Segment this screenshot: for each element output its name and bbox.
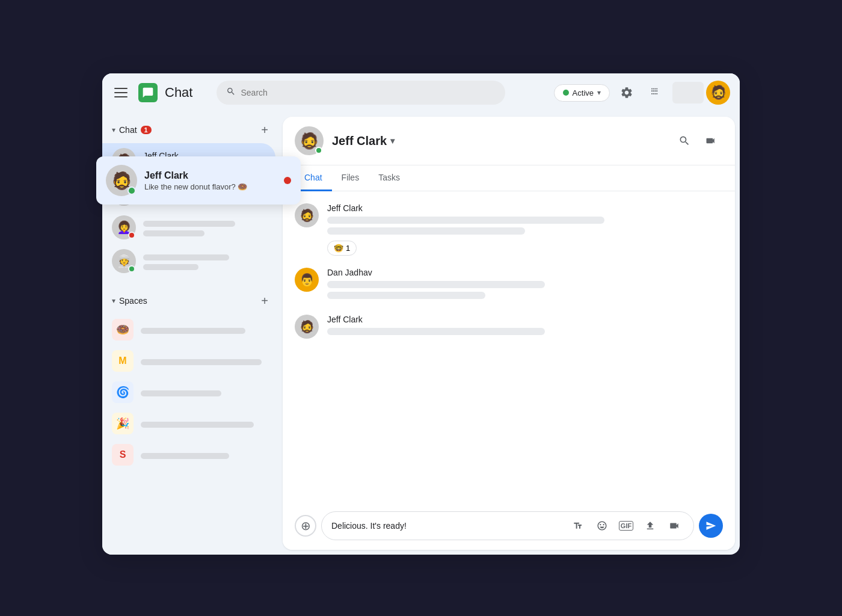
message-avatar-img-2: 👨: [295, 268, 319, 292]
notif-sender-name: Jeff Clark: [144, 170, 277, 181]
reaction-count: 1: [346, 244, 350, 253]
grid-icon[interactable]: [644, 81, 668, 105]
chat-section-title: Chat: [119, 125, 137, 135]
menu-icon[interactable]: [112, 83, 131, 102]
message-avatar-3: 🧔: [295, 315, 319, 339]
settings-icon[interactable]: [615, 81, 639, 105]
notif-avatar: 🧔: [106, 165, 137, 196]
search-icon: [226, 87, 236, 99]
chat-header-actions: [672, 129, 723, 153]
chat-item-4[interactable]: 👳: [102, 244, 275, 278]
contact-name-chevron-icon: ▾: [390, 136, 395, 146]
message-sender-3: Jeff Clark: [327, 315, 723, 324]
message-sender-2: Dan Jadhav: [327, 268, 723, 277]
status-dot: [563, 90, 569, 96]
topbar-right: Active ▾ 🧔: [554, 81, 730, 105]
contact-online-dot: [315, 147, 322, 154]
message-line-2: [327, 227, 525, 235]
emoji-icon[interactable]: [592, 516, 612, 535]
app-logo: [138, 83, 158, 102]
format-text-icon[interactable]: [568, 516, 588, 535]
space-icon-1: 🍩: [112, 319, 134, 340]
app-name: Chat: [165, 85, 192, 100]
space-icon-4: 🎉: [112, 413, 134, 434]
message-group-1: 🧔 Jeff Clark 🤓 1: [295, 203, 723, 256]
message-avatar-2: 👨: [295, 268, 319, 303]
notif-unread-dot: [284, 177, 291, 184]
space-item-2[interactable]: M: [102, 345, 283, 377]
chat-input-box: GIF: [321, 511, 694, 540]
space-item-1[interactable]: 🍩: [102, 314, 283, 345]
chat-messages: 🧔 Jeff Clark 🤓 1: [283, 191, 735, 502]
chat-input-wrapper: ⊕ GIF: [295, 511, 723, 540]
message-sender-1: Jeff Clark: [327, 203, 723, 213]
topbar: Chat Active ▾: [102, 73, 740, 112]
chat-add-button[interactable]: +: [256, 122, 273, 138]
message-input[interactable]: [331, 521, 564, 531]
chat-chevron-icon: ▾: [112, 126, 115, 134]
avatar-placeholder: [672, 82, 704, 103]
chat-badge: 1: [141, 126, 152, 134]
status-pill[interactable]: Active ▾: [554, 84, 610, 102]
avatar-area: 🧔: [672, 81, 730, 105]
notification-popup[interactable]: 🧔 Jeff Clark Like the new donut flavor? …: [96, 156, 301, 205]
chat-video-icon[interactable]: [699, 129, 723, 153]
message-avatar-img-3: 🧔: [295, 315, 319, 339]
chat-header: 🧔 Jeff Clark ▾: [283, 117, 735, 165]
user-avatar[interactable]: 🧔: [706, 81, 730, 105]
search-input[interactable]: [241, 88, 496, 97]
space-item-3[interactable]: 🌀: [102, 377, 283, 408]
space-icon-2: M: [112, 350, 134, 372]
busy-status-dot-2: [128, 232, 135, 239]
message-content-3: Jeff Clark: [327, 315, 723, 339]
message-line-3: [327, 281, 545, 288]
chat-item-text-4: [143, 252, 266, 270]
spaces-chevron-icon: ▾: [112, 297, 115, 305]
message-content-1: Jeff Clark 🤓 1: [327, 203, 723, 256]
spaces-section-header[interactable]: ▾ Spaces +: [102, 288, 283, 314]
chat-header-name[interactable]: Jeff Clark ▾: [332, 134, 395, 148]
tab-tasks[interactable]: Tasks: [369, 165, 410, 191]
spaces-add-button[interactable]: +: [256, 292, 273, 309]
chat-item-avatar-3: 👩‍🦱: [112, 215, 136, 239]
reaction-pill-1[interactable]: 🤓 1: [327, 241, 357, 256]
upload-icon[interactable]: [641, 516, 660, 535]
chat-item-3[interactable]: 👩‍🦱: [102, 211, 275, 244]
space-item-5[interactable]: S: [102, 439, 283, 470]
space-item-4[interactable]: 🎉: [102, 408, 283, 439]
message-line-1: [327, 217, 604, 224]
chat-header-avatar: 🧔: [295, 126, 324, 155]
chat-panel: 🧔 Jeff Clark ▾: [283, 117, 735, 550]
chat-input-area: ⊕ GIF: [283, 502, 735, 550]
chat-item-text-3: [143, 218, 266, 236]
notif-online-dot: [128, 186, 136, 195]
chat-item-avatar-4: 👳: [112, 249, 136, 273]
tab-files[interactable]: Files: [332, 165, 369, 191]
space-icon-5: S: [112, 444, 134, 466]
gif-icon[interactable]: GIF: [616, 516, 636, 535]
main-window: Chat Active ▾: [102, 73, 740, 555]
notif-message: Like the new donut flavor? 🍩: [144, 182, 277, 191]
video-add-icon[interactable]: [665, 516, 684, 535]
search-bar[interactable]: [217, 81, 505, 105]
notif-content: Jeff Clark Like the new donut flavor? 🍩: [144, 170, 277, 191]
chat-search-icon[interactable]: [672, 129, 696, 153]
chat-tabs: Chat Files Tasks: [283, 165, 735, 191]
message-line-5: [327, 328, 545, 335]
reaction-emoji: 🤓: [334, 244, 343, 253]
message-content-2: Dan Jadhav: [327, 268, 723, 303]
online-status-dot-2: [128, 265, 135, 273]
message-avatar-img-1: 🧔: [295, 203, 319, 227]
space-icon-3: 🌀: [112, 381, 134, 403]
message-group-3: 🧔 Jeff Clark: [295, 315, 723, 339]
chat-section-header[interactable]: ▾ Chat 1 +: [102, 117, 283, 143]
spaces-section-title: Spaces: [119, 296, 147, 306]
chevron-down-icon: ▾: [597, 88, 601, 97]
message-avatar-1: 🧔: [295, 203, 319, 256]
send-button[interactable]: [699, 514, 723, 538]
add-content-button[interactable]: ⊕: [295, 515, 316, 537]
message-line-4: [327, 292, 485, 299]
status-label: Active: [573, 88, 594, 97]
message-group-2: 👨 Dan Jadhav: [295, 268, 723, 303]
